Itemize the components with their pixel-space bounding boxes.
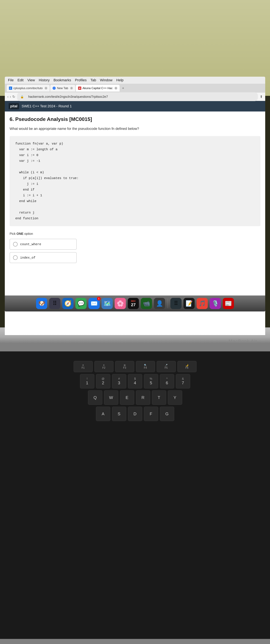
- tab-newtab[interactable]: New Tab ✕: [50, 85, 75, 92]
- dock-podcasts[interactable]: 🎙️: [210, 298, 221, 309]
- dock-maps[interactable]: 🗺️: [102, 298, 113, 309]
- key-5[interactable]: % 5: [144, 374, 158, 388]
- tabs-bar: C cplusplus.com/doc/tuto ✕ New Tab ✕ M A…: [5, 84, 265, 93]
- menu-window[interactable]: Window: [100, 78, 112, 82]
- menu-bookmarks[interactable]: Bookmarks: [54, 78, 71, 82]
- dock-notes[interactable]: 📝: [184, 298, 195, 309]
- key-1[interactable]: ! 1: [80, 374, 94, 388]
- share-icon[interactable]: ⬆: [260, 95, 263, 99]
- question-text: What would be an appropriate name for th…: [10, 126, 260, 131]
- dock-mail-badge: 1: [97, 297, 100, 300]
- key-s[interactable]: S: [112, 407, 126, 421]
- url-input[interactable]: [25, 94, 255, 100]
- key-f1[interactable]: ☀ F1: [74, 361, 93, 372]
- key-2[interactable]: @ 2: [96, 374, 110, 388]
- tab-favicon-cplusplus: C: [9, 86, 12, 90]
- test-title: SWE1 C++ Test 2024 - Round 1: [22, 104, 72, 108]
- dock-calendar[interactable]: DEC 27: [128, 298, 139, 309]
- key-f5[interactable]: 🎤 F5: [157, 361, 176, 372]
- key-f2[interactable]: ☀ F2: [94, 361, 114, 372]
- menu-tab[interactable]: Tab: [90, 78, 96, 82]
- dock-photos[interactable]: 🌸: [115, 298, 126, 309]
- menu-history[interactable]: History: [39, 78, 50, 82]
- option-count-where[interactable]: count_where: [10, 239, 77, 250]
- qwerty-key-row: Q W E R T Y: [10, 390, 260, 405]
- dock-music[interactable]: 🎵: [196, 298, 208, 309]
- dock: 🐶 ⠿ 🧭 💬 ✉️ 1 🗺️ 🌸 DEC 27 📹 👤 ⠿ 📝 🎵 🎙️ 📰: [5, 296, 265, 312]
- page-banner: pital SWE1 C++ Test 2024 - Round 1: [5, 101, 265, 112]
- back-icon[interactable]: ‹: [7, 95, 8, 99]
- tab-label-newtab: New Tab: [57, 86, 68, 90]
- key-r[interactable]: R: [136, 390, 150, 405]
- menu-help[interactable]: Help: [116, 78, 124, 82]
- key-t[interactable]: T: [152, 390, 166, 405]
- key-f3[interactable]: ⊞ F3: [115, 361, 134, 372]
- forward-icon[interactable]: ›: [10, 95, 11, 99]
- dock-mail[interactable]: ✉️ 1: [88, 298, 100, 309]
- tab-label-akuna: Akuna Capital C++ Hac: [82, 86, 112, 90]
- macbook-label: MacBook Air: [229, 338, 257, 344]
- asdf-key-row: A S D F G: [10, 407, 260, 421]
- dock-messages[interactable]: 💬: [75, 298, 86, 309]
- key-3[interactable]: # 3: [112, 374, 126, 388]
- tab-close-akuna[interactable]: ✕: [114, 87, 117, 90]
- tab-close-cplusplus[interactable]: ✕: [44, 87, 48, 90]
- number-key-row: ! 1 @ 2 # 3 $ 4 % 5 ^ 6 & 7: [10, 374, 260, 388]
- code-block: function fn(var a, var p) var m := lengt…: [10, 136, 260, 226]
- address-bar-row: ‹ › ↻ 🔒 ⬆: [5, 93, 265, 101]
- tab-akuna[interactable]: M Akuna Capital C++ Hac ✕: [76, 85, 120, 92]
- pick-instruction: Pick ONE option: [10, 232, 260, 236]
- dock-launchpad[interactable]: ⠿: [49, 298, 60, 309]
- key-a[interactable]: A: [96, 407, 110, 421]
- menu-bar: File Edit View History Bookmarks Profile…: [5, 77, 265, 84]
- fn-key-row: ☀ F1 ☀ F2 ⊞ F3 🔍 F4 🎤 F5 🌙 F6: [10, 361, 260, 372]
- keyboard: ☀ F1 ☀ F2 ⊞ F3 🔍 F4 🎤 F5 🌙 F6 ! 1: [10, 361, 260, 423]
- key-6[interactable]: ^ 6: [160, 374, 174, 388]
- option-label-index-of: index_of: [20, 256, 36, 260]
- key-e[interactable]: E: [120, 390, 134, 405]
- key-y[interactable]: Y: [168, 390, 182, 405]
- option-label-count-where: count_where: [20, 242, 41, 246]
- key-f4[interactable]: 🔍 F4: [136, 361, 155, 372]
- dock-news[interactable]: 📰: [223, 298, 234, 309]
- key-f[interactable]: F: [144, 407, 158, 421]
- menu-file[interactable]: File: [8, 78, 14, 82]
- key-d[interactable]: D: [128, 407, 142, 421]
- tab-favicon-akuna: M: [78, 86, 81, 90]
- option-index-of[interactable]: index_of: [10, 252, 77, 263]
- dock-finder[interactable]: 🐶: [36, 298, 47, 309]
- nav-icons: ‹ › ↻: [7, 95, 15, 99]
- tab-cplusplus[interactable]: C cplusplus.com/doc/tuto ✕: [7, 85, 50, 92]
- menu-profiles[interactable]: Profiles: [75, 78, 86, 82]
- dock-dots[interactable]: ⠿: [170, 298, 182, 309]
- key-q[interactable]: Q: [88, 390, 102, 405]
- company-logo: pital: [8, 103, 19, 109]
- key-4[interactable]: $ 4: [128, 374, 142, 388]
- key-f6[interactable]: 🌙 F6: [178, 361, 196, 372]
- key-7[interactable]: & 7: [176, 374, 190, 388]
- tab-label-cplusplus: cplusplus.com/doc/tuto: [14, 86, 43, 90]
- key-w[interactable]: W: [104, 390, 118, 405]
- menu-view[interactable]: View: [27, 78, 35, 82]
- new-tab-button[interactable]: +: [120, 85, 126, 91]
- reload-icon[interactable]: ↻: [12, 95, 15, 99]
- tab-favicon-newtab: [52, 86, 56, 90]
- dock-safari[interactable]: 🧭: [62, 298, 74, 309]
- dock-facetime[interactable]: 📹: [141, 298, 152, 309]
- radio-index-of[interactable]: [13, 256, 18, 260]
- radio-count-where[interactable]: [13, 242, 18, 246]
- key-g[interactable]: G: [160, 407, 174, 421]
- menu-edit[interactable]: Edit: [18, 78, 24, 82]
- question-title: 6. Pseudocode Analysis [MC0015]: [10, 116, 260, 122]
- lock-icon: 🔒: [20, 95, 24, 98]
- tab-close-newtab[interactable]: ✕: [70, 87, 73, 90]
- dock-contacts[interactable]: 👤: [154, 298, 165, 309]
